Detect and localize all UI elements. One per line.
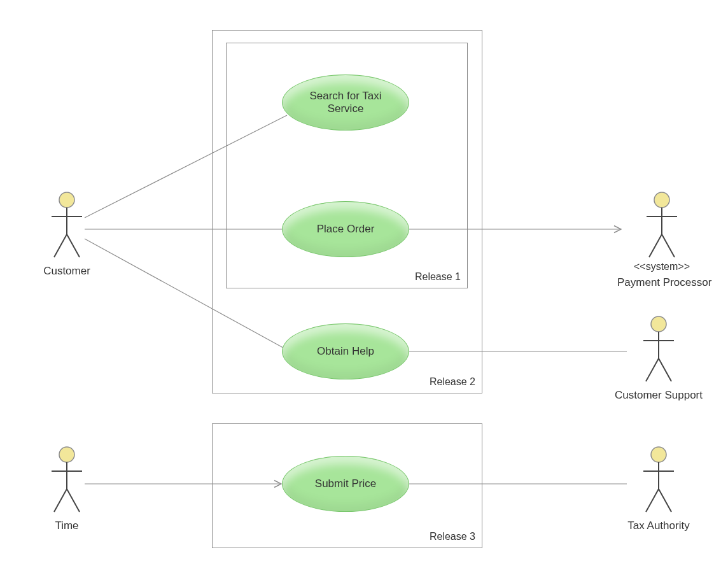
usecase-submit-price: Submit Price bbox=[282, 456, 409, 512]
svg-line-9 bbox=[67, 489, 80, 512]
svg-line-8 bbox=[54, 489, 67, 512]
stick-figure-icon bbox=[48, 191, 86, 261]
actor-payment-processor-stereotype: <<system>> bbox=[617, 261, 706, 272]
actor-customer: Customer bbox=[38, 191, 95, 278]
usecase-obtain-help: Obtain Help bbox=[282, 323, 409, 379]
stick-figure-icon bbox=[643, 191, 681, 261]
svg-line-13 bbox=[649, 234, 662, 257]
usecase-submit-price-label: Submit Price bbox=[315, 478, 376, 490]
actor-time: Time bbox=[38, 446, 95, 532]
actor-payment-processor: <<system>> Payment Processor bbox=[617, 191, 706, 289]
actor-customer-support: Customer Support bbox=[608, 315, 710, 402]
actor-payment-processor-label: Payment Processor bbox=[617, 276, 706, 289]
svg-line-19 bbox=[659, 358, 671, 381]
svg-line-23 bbox=[646, 489, 659, 512]
svg-point-0 bbox=[59, 192, 74, 208]
usecase-search-taxi-label: Search for Taxi Service bbox=[291, 90, 400, 115]
boundary-release3-label: Release 3 bbox=[430, 531, 475, 542]
svg-line-18 bbox=[646, 358, 659, 381]
usecase-search-taxi: Search for Taxi Service bbox=[282, 74, 409, 131]
actor-customer-label: Customer bbox=[38, 265, 95, 278]
svg-point-5 bbox=[59, 447, 74, 462]
stick-figure-icon bbox=[640, 315, 678, 385]
actor-time-label: Time bbox=[38, 520, 95, 532]
usecase-place-order: Place Order bbox=[282, 201, 409, 257]
stick-figure-icon bbox=[640, 446, 678, 516]
svg-line-24 bbox=[659, 489, 671, 512]
usecase-place-order-label: Place Order bbox=[317, 223, 375, 236]
boundary-release1-label: Release 1 bbox=[415, 271, 461, 283]
usecase-obtain-help-label: Obtain Help bbox=[317, 345, 374, 358]
svg-point-10 bbox=[654, 192, 669, 208]
svg-point-20 bbox=[651, 447, 666, 462]
actor-tax-authority-label: Tax Authority bbox=[608, 520, 710, 532]
actor-customer-support-label: Customer Support bbox=[608, 389, 710, 402]
actor-tax-authority: Tax Authority bbox=[608, 446, 710, 532]
svg-line-14 bbox=[662, 234, 675, 257]
boundary-release2-label: Release 2 bbox=[430, 376, 475, 388]
diagram-canvas: Release 2 Release 1 Release 3 Search for… bbox=[0, 0, 728, 573]
svg-point-15 bbox=[651, 316, 666, 332]
svg-line-3 bbox=[54, 234, 67, 257]
svg-line-4 bbox=[67, 234, 80, 257]
stick-figure-icon bbox=[48, 446, 86, 516]
